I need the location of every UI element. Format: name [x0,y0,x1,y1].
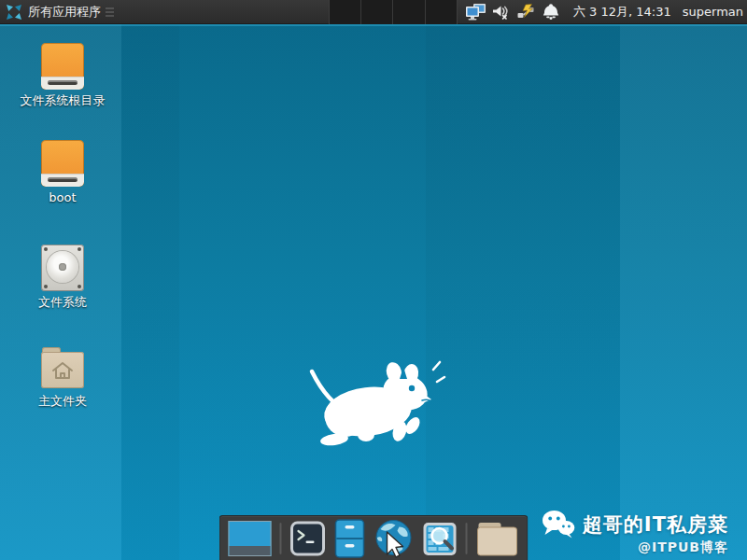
web-browser-launcher[interactable] [374,519,415,559]
dock-panel [219,515,529,560]
wallpaper-top-highlight [0,24,747,26]
terminal-launcher[interactable] [290,521,326,556]
workspace-switcher[interactable] [229,521,272,556]
app-finder-launcher[interactable] [423,522,458,556]
notification-bell-icon[interactable] [539,0,564,24]
watermark: 超哥的IT私房菜 @ITPUB博客 [542,510,728,556]
magnifier-keyboard-icon [423,522,458,556]
orange-drive-icon [41,43,84,90]
desktop-icon-filesystem[interactable]: 文件系统 [18,245,107,310]
desktop-icon-label: 文件系统 [18,296,107,310]
network-icon[interactable] [514,0,539,24]
applications-menu-button[interactable]: 所有应用程序 [0,0,122,23]
desktop-screen: 所有应用程序 [0,0,747,560]
workspace-cell-3[interactable] [393,0,425,24]
top-panel: 所有应用程序 [0,0,747,24]
clock[interactable]: 六 3 12月, 14:31 [573,4,671,21]
wallpaper-stripes [0,0,747,560]
dock-separator [466,523,468,554]
workspace-pager[interactable] [329,0,458,24]
dock-separator [280,523,282,554]
workspace-cell-1[interactable] [330,0,361,24]
harddisk-icon [41,245,84,291]
desktop-icon-label: 文件系统根目录 [18,94,107,108]
volume-muted-icon[interactable] [488,0,514,24]
file-cabinet-icon [334,519,366,558]
watermark-subtitle: @ITPUB博客 [542,539,728,556]
terminal-icon [290,521,326,556]
menu-lines-icon [105,7,115,18]
workspace-thumbnail-icon [229,521,272,556]
file-manager-launcher[interactable] [476,520,519,557]
applications-menu-label: 所有应用程序 [28,4,101,21]
workspace-cell-4[interactable] [426,0,458,24]
xubuntu-logo-icon [6,4,22,21]
desktop-icon-boot[interactable]: boot [18,140,107,205]
orange-drive-icon [41,140,84,187]
user-actions-button[interactable]: superman [683,5,743,19]
system-tray [463,0,564,23]
desktop-icon-label: 主文件夹 [18,395,107,409]
wechat-icon [542,510,575,539]
workspace-cell-2[interactable] [361,0,393,24]
desktop-icon-filesystem-root[interactable]: 文件系统根目录 [18,43,107,108]
house-glyph-icon [50,360,75,381]
home-folder-icon [41,347,84,390]
xfce-mouse-logo [306,360,446,454]
watermark-title: 超哥的IT私房菜 [583,511,728,538]
folder-icon [476,520,519,557]
desktop-icon-home[interactable]: 主文件夹 [18,343,107,409]
globe-cursor-icon [374,519,415,559]
desktop-icon-label: boot [18,191,107,205]
display-icon[interactable] [463,0,488,24]
file-cabinet-launcher[interactable] [334,519,366,558]
